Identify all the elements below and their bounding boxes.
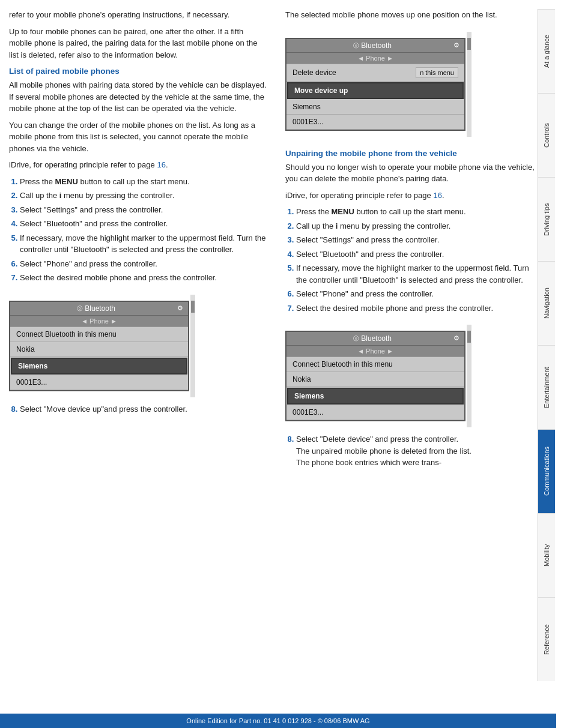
- section1-para1: All mobile phones with pairing data stor…: [9, 79, 267, 115]
- scrollbar-bot-right: [467, 325, 471, 427]
- screen-top-row-1: Delete device n this menu: [286, 64, 464, 82]
- step-8-left: Select "Move device up"and press the con…: [20, 403, 267, 415]
- screen-top-icon: ⚙: [453, 41, 459, 49]
- screen1-row-3: Siemens: [11, 358, 187, 375]
- step-1-left: Press the MENU button to call up the sta…: [20, 176, 267, 188]
- section2-heading: Unpairing the mobile phone from the vehi…: [285, 149, 538, 158]
- tab-driving-tips[interactable]: Driving tips: [538, 177, 555, 261]
- step-1-right: Press the MENU button to call up the sta…: [296, 206, 538, 218]
- screen-top-header: ⦾ Bluetooth ⚙: [286, 39, 464, 53]
- step-2-left: Call up the i menu by pressing the contr…: [20, 190, 267, 202]
- step-6-right: Select "Phone" and press the controller.: [296, 288, 538, 300]
- screen1-row-4: 0001E3...: [10, 375, 188, 390]
- step-4-right: Select "Bluetooth" and press the control…: [296, 248, 538, 260]
- right-column: The selected mobile phone moves up one p…: [279, 9, 538, 681]
- section1-para2: You can change the order of the mobile p…: [9, 119, 267, 155]
- tab-reference[interactable]: Reference: [538, 597, 555, 681]
- tab-at-a-glance[interactable]: At a glance: [538, 9, 555, 93]
- step-3-right: Select "Settings" and press the controll…: [296, 234, 538, 246]
- device-screen-1: ⦾ Bluetooth ⚙ ◄ Phone ► Connect Bluetoot…: [9, 295, 189, 397]
- screen-bot-row-3: Siemens: [287, 388, 464, 405]
- screen-bot-row-4: 0001E3...: [286, 405, 464, 420]
- device-screen-bottom-right: ⦾ Bluetooth ⚙ ◄ Phone ► Connect Bluetoot…: [285, 325, 465, 427]
- screen1-header: ⦾ Bluetooth ⚙: [10, 302, 188, 316]
- screen-top-row-2: Move device up: [287, 82, 464, 99]
- tab-mobility[interactable]: Mobility: [538, 513, 555, 597]
- screen-top-subheader: ◄ Phone ►: [286, 53, 464, 64]
- page-link-16-right[interactable]: 16: [433, 191, 441, 200]
- step-6-left: Select "Phone" and press the controller.: [20, 258, 267, 270]
- step-8-right: Select "Delete device" and press the con…: [296, 433, 538, 469]
- screen-bot-row-2: Nokia: [286, 372, 464, 387]
- screen-bot-header: ⦾ Bluetooth ⚙: [286, 332, 464, 346]
- step8-list-right: Select "Delete device" and press the con…: [285, 433, 538, 469]
- intro-para2: Up to four mobile phones can be paired, …: [9, 26, 267, 61]
- tab-communications[interactable]: Communications: [538, 429, 555, 513]
- step-5-right: If necessary, move the highlight marker …: [296, 262, 538, 286]
- intro-para1: refer to your mobile phone's operating i…: [9, 9, 267, 21]
- screen-top-row-4: 0001E3...: [286, 115, 464, 130]
- screen1-row-1: Connect Bluetooth in this menu: [10, 327, 188, 342]
- sidebar-tabs: At a glance Controls Driving tips Naviga…: [538, 9, 554, 681]
- tab-controls[interactable]: Controls: [538, 93, 555, 177]
- step-7-left: Select the desired mobile phone and pres…: [20, 272, 267, 284]
- device-screen-top-right: ⦾ Bluetooth ⚙ ◄ Phone ► Delete device n …: [285, 32, 465, 137]
- screen-bot-subheader: ◄ Phone ►: [286, 346, 464, 357]
- footer-bar: Online Edition for Part no. 01 41 0 012 …: [0, 714, 556, 728]
- tab-navigation[interactable]: Navigation: [538, 261, 555, 345]
- scrollbar-1: [190, 295, 195, 397]
- screen-bot-row-1: Connect Bluetooth in this menu: [286, 357, 464, 372]
- section2-idrive: iDrive, for operating principle refer to…: [285, 190, 538, 202]
- step-5-left: If necessary, move the highlight marker …: [20, 232, 267, 256]
- step-4-left: Select "Bluetooth" and press the control…: [20, 218, 267, 230]
- scrollbar-top-right: [467, 32, 471, 137]
- section1-heading: List of paired mobile phones: [9, 67, 267, 76]
- step8-list-left: Select "Move device up"and press the con…: [9, 403, 267, 415]
- page-link-16-left[interactable]: 16: [157, 160, 165, 169]
- steps-list-left: Press the MENU button to call up the sta…: [9, 176, 267, 284]
- screen-bot-icon: ⚙: [453, 334, 459, 342]
- screen1-row-2: Nokia: [10, 342, 188, 357]
- step-7-right: Select the desired mobile phone and pres…: [296, 302, 538, 314]
- step-2-right: Call up the i menu by pressing the contr…: [296, 220, 538, 232]
- step-3-left: Select "Settings" and press the controll…: [20, 204, 267, 216]
- right-intro-para: The selected mobile phone moves up one p…: [285, 9, 538, 21]
- screen-top-row-3: Siemens: [286, 100, 464, 115]
- screen1-icon: ⚙: [177, 304, 183, 312]
- steps-list-right: Press the MENU button to call up the sta…: [285, 206, 538, 314]
- left-column: refer to your mobile phone's operating i…: [9, 9, 279, 681]
- tab-entertainment[interactable]: Entertainment: [538, 345, 555, 429]
- section2-para1: Should you no longer wish to operate you…: [285, 161, 538, 185]
- section1-idrive: iDrive, for operating principle refer to…: [9, 159, 267, 171]
- screen1-subheader: ◄ Phone ►: [10, 316, 188, 327]
